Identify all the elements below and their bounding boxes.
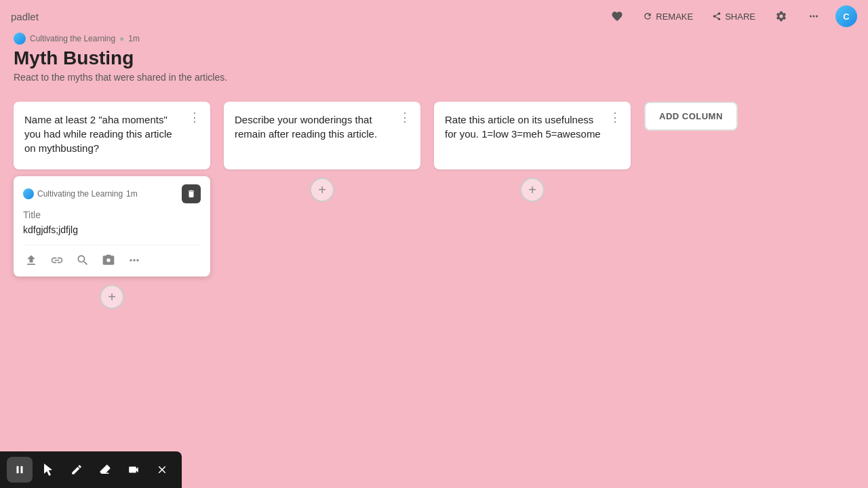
post-delete-button[interactable] [182, 184, 201, 203]
col2-add-post-button[interactable]: + [310, 178, 334, 202]
column-1-text: Name at least 2 "aha moments" you had wh… [24, 113, 199, 155]
gear-icon [775, 10, 787, 22]
pause-icon [14, 464, 26, 476]
upload-button[interactable] [23, 252, 39, 268]
column-2-wrapper: Describe your wonderings that remain aft… [224, 102, 420, 202]
column-2-text: Describe your wonderings that remain aft… [235, 113, 410, 141]
column-1-menu-button[interactable]: ⋮ [186, 110, 203, 125]
post-toolbar [23, 245, 201, 268]
more-options-button[interactable] [803, 5, 825, 27]
column-2-card: Describe your wonderings that remain aft… [224, 102, 420, 169]
header-time: 1m [128, 34, 140, 43]
column-1-card: Name at least 2 "aha moments" you had wh… [14, 102, 210, 169]
camera-button[interactable] [100, 252, 117, 268]
column-2-menu-button[interactable]: ⋮ [396, 110, 414, 125]
header-dot: ● [119, 34, 124, 43]
upload-icon [24, 253, 38, 267]
post-title-input[interactable] [23, 209, 201, 220]
camera-icon [102, 253, 115, 267]
page-title: Myth Busting [14, 47, 854, 69]
column-3-card: Rate this article on its usefulness for … [434, 102, 631, 169]
share-icon [712, 12, 722, 21]
eraser-tool-button[interactable] [92, 457, 118, 483]
settings-button[interactable] [770, 5, 792, 27]
post-card-meta: Cultivating the Learning 1m [23, 188, 138, 199]
like-button[interactable] [606, 5, 628, 27]
more-horiz-icon [127, 253, 141, 267]
post-card-header: Cultivating the Learning 1m [23, 184, 201, 203]
column-1-wrapper: Name at least 2 "aha moments" you had wh… [14, 102, 210, 309]
close-toolbar-button[interactable] [149, 457, 175, 483]
video-icon [127, 464, 140, 476]
column-3-text: Rate this article on its usefulness for … [445, 113, 620, 141]
bottom-toolbar [0, 451, 182, 488]
trash-icon [186, 189, 196, 199]
link-button[interactable] [49, 252, 65, 268]
more-post-options-button[interactable] [126, 252, 142, 268]
remake-label: REMAKE [656, 12, 693, 22]
column-3-wrapper: Rate this article on its usefulness for … [434, 102, 631, 202]
remake-button[interactable]: REMAKE [639, 9, 697, 24]
heart-icon [611, 10, 623, 22]
share-label: SHARE [725, 12, 755, 22]
columns-area: Name at least 2 "aha moments" you had wh… [14, 102, 854, 309]
remake-icon [643, 12, 652, 21]
app-logo: padlet [11, 11, 39, 22]
post-author-logo [23, 188, 34, 199]
more-icon [808, 10, 820, 22]
pen-tool-button[interactable] [64, 457, 90, 483]
post-author-name: Cultivating the Learning [37, 189, 123, 199]
add-column-button[interactable]: ADD COLUMN [644, 102, 738, 131]
video-button[interactable] [121, 457, 146, 483]
header-area: Cultivating the Learning ● 1m Myth Busti… [14, 33, 854, 83]
close-icon [156, 464, 168, 476]
pen-icon [71, 464, 83, 476]
add-column-wrapper: ADD COLUMN [644, 102, 738, 131]
post-content[interactable]: kdfgjdfs;jdfjlg [23, 224, 201, 238]
header-meta: Cultivating the Learning ● 1m [14, 33, 854, 45]
column-3-menu-button[interactable]: ⋮ [606, 110, 624, 125]
post-time: 1m [126, 189, 138, 199]
col3-add-post-button[interactable]: + [520, 178, 545, 202]
share-button[interactable]: SHARE [708, 9, 760, 24]
cursor-icon [42, 464, 54, 476]
col1-add-post-button[interactable]: + [100, 285, 124, 309]
top-nav: padlet REMAKE SHARE C [0, 0, 868, 33]
workspace-logo [14, 33, 26, 45]
search-button[interactable] [75, 252, 91, 268]
zoom-icon [76, 253, 90, 267]
pause-button[interactable] [7, 457, 33, 483]
workspace-name: Cultivating the Learning [30, 34, 115, 43]
nav-actions: REMAKE SHARE C [606, 5, 857, 27]
avatar[interactable]: C [835, 5, 857, 27]
page-subtitle: React to the myths that were shared in t… [14, 72, 854, 83]
editing-post-card: Cultivating the Learning 1m kdfgjdfs;jdf… [14, 176, 210, 277]
eraser-icon [99, 464, 111, 476]
link-icon [50, 253, 64, 267]
select-tool-button[interactable] [35, 457, 61, 483]
